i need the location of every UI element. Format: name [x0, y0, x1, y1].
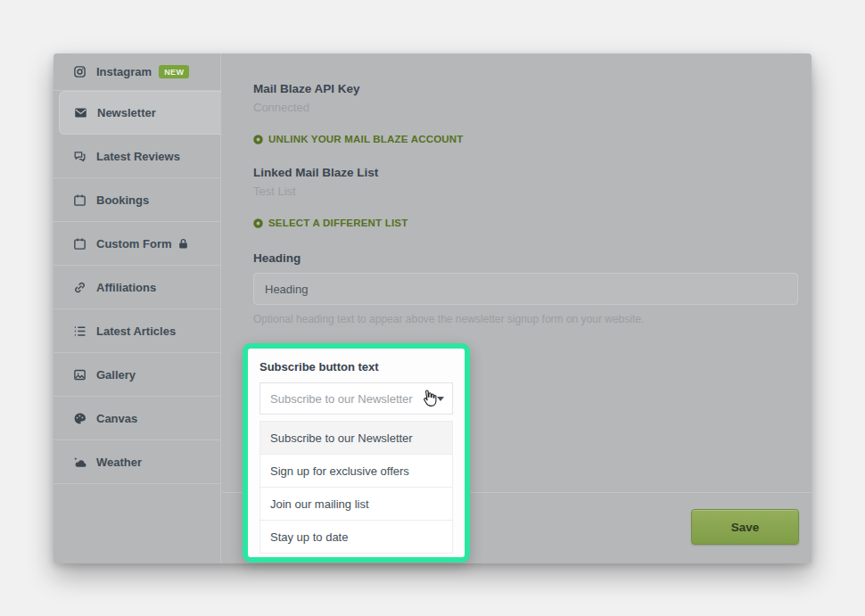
envelope-icon [74, 106, 87, 119]
sidebar-item-custom-form[interactable]: Custom Form [54, 222, 220, 266]
unlink-account-link[interactable]: UNLINK YOUR MAIL BLAZE ACCOUNT [253, 134, 798, 144]
linked-list-value: Test List [253, 185, 798, 198]
sidebar-item-weather[interactable]: Weather [54, 440, 220, 484]
heading-help-text: Optional heading text to appear above th… [253, 313, 798, 325]
menu-item-subscribe-newsletter[interactable]: Subscribe to our Newsletter [260, 422, 452, 455]
menu-item-exclusive-offers[interactable]: Sign up for exclusive offers [260, 455, 452, 488]
sidebar-item-instagram[interactable]: Instagram NEW [54, 53, 220, 91]
save-button[interactable]: Save [691, 509, 799, 545]
api-key-status: Connected [253, 101, 798, 114]
sidebar-item-newsletter[interactable]: Newsletter [59, 91, 221, 135]
list-icon [73, 324, 86, 338]
caret-down-icon [437, 397, 444, 401]
hand-cursor-icon [420, 389, 437, 408]
subscribe-field-label: Subscribe button text [260, 360, 453, 374]
subscribe-select[interactable]: Subscribe to our Newsletter [260, 382, 453, 415]
sidebar-item-label: Bookings [96, 193, 149, 207]
api-key-title: Mail Blaze API Key [253, 82, 798, 95]
ring-icon [253, 218, 263, 228]
subscribe-options-menu: Subscribe to our Newsletter Sign up for … [260, 421, 453, 554]
sidebar-item-latest-reviews[interactable]: Latest Reviews [54, 135, 220, 178]
cloud-icon [73, 456, 86, 469]
link-icon [73, 281, 86, 294]
sidebar-item-label: Canvas [96, 412, 137, 425]
subscribe-highlight-box: Subscribe button text Subscribe to our N… [243, 343, 470, 563]
sidebar-item-bookings[interactable]: Bookings [54, 178, 220, 222]
menu-item-mailing-list[interactable]: Join our mailing list [260, 488, 452, 521]
sidebar-item-label: Instagram [96, 65, 152, 78]
select-different-list-link[interactable]: SELECT A DIFFERENT LIST [253, 218, 798, 228]
heading-input[interactable] [253, 273, 798, 305]
sidebar-item-label: Weather [96, 456, 142, 469]
unlink-account-label: UNLINK YOUR MAIL BLAZE ACCOUNT [268, 134, 464, 144]
sidebar-item-label: Custom Form [96, 237, 172, 251]
sidebar-item-canvas[interactable]: Canvas [54, 397, 220, 440]
sidebar-item-gallery[interactable]: Gallery [54, 353, 220, 397]
sidebar-item-label: Latest Reviews [96, 150, 180, 163]
subscribe-selected-value: Subscribe to our Newsletter [270, 392, 413, 406]
chat-bubbles-icon [73, 150, 86, 163]
instagram-icon [73, 65, 86, 78]
settings-panel: Instagram NEW Newsletter Latest Reviews … [54, 53, 811, 563]
image-icon [73, 368, 86, 382]
heading-field-label: Heading [253, 251, 798, 265]
sidebar-item-latest-articles[interactable]: Latest Articles [54, 309, 220, 353]
sidebar-item-affiliations[interactable]: Affiliations [54, 266, 220, 309]
sidebar-item-label: Latest Articles [96, 324, 176, 338]
calendar-icon [73, 193, 86, 207]
linked-list-title: Linked Mail Blaze List [253, 166, 798, 179]
ring-icon [253, 135, 263, 144]
sidebar-item-label: Affiliations [96, 281, 156, 294]
palette-icon [73, 412, 86, 425]
new-badge: NEW [159, 65, 189, 78]
sidebar-item-label: Gallery [96, 368, 136, 382]
lock-icon [177, 238, 189, 250]
menu-item-stay-up-to-date[interactable]: Stay up to date [260, 521, 452, 553]
select-different-list-label: SELECT A DIFFERENT LIST [268, 218, 408, 228]
calendar-icon [73, 237, 86, 251]
sidebar: Instagram NEW Newsletter Latest Reviews … [54, 53, 221, 563]
sidebar-item-label: Newsletter [97, 106, 156, 119]
